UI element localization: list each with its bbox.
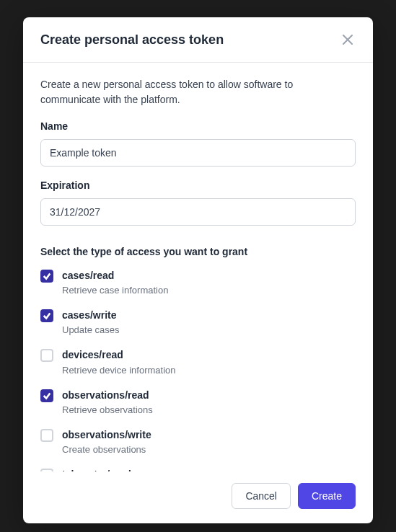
expiration-label: Expiration <box>40 179 356 191</box>
scope-text: cases/writeUpdate cases <box>62 309 120 335</box>
name-label: Name <box>40 120 356 132</box>
modal-footer: Cancel Create <box>23 471 373 523</box>
scope-row: observations/readRetrieve observations <box>40 389 356 415</box>
scope-description: Retrieve device information <box>62 365 176 376</box>
create-token-modal: Create personal access token Create a ne… <box>23 17 373 523</box>
scope-checkbox[interactable] <box>40 429 53 442</box>
access-section-label: Select the type of access you want to gr… <box>40 246 356 257</box>
name-input[interactable] <box>40 139 356 167</box>
scope-text: devices/readRetrieve device information <box>62 348 176 375</box>
scope-description: Retrieve case information <box>62 285 168 296</box>
scope-checkbox[interactable] <box>40 349 53 362</box>
scope-text: observations/readRetrieve observations <box>62 389 153 415</box>
scope-text: observations/writeCreate observations <box>62 428 151 455</box>
scope-label: observations/write <box>62 428 151 441</box>
close-button[interactable] <box>340 32 356 48</box>
create-button[interactable]: Create <box>298 483 356 509</box>
scope-label: cases/read <box>62 269 168 282</box>
scope-row: observations/writeCreate observations <box>40 428 356 455</box>
scope-checkbox[interactable] <box>40 389 53 402</box>
scope-text: cases/readRetrieve case information <box>62 269 168 296</box>
scope-label: observations/read <box>62 389 153 402</box>
scope-label: cases/write <box>62 309 120 322</box>
modal-body: Create a new personal access token to al… <box>23 63 373 471</box>
scope-row: cases/readRetrieve case information <box>40 269 356 296</box>
modal-description: Create a new personal access token to al… <box>40 77 356 107</box>
modal-title: Create personal access token <box>40 32 224 48</box>
expiration-input[interactable] <box>40 198 356 226</box>
scope-description: Retrieve observations <box>62 404 153 415</box>
scope-row: cases/writeUpdate cases <box>40 309 356 335</box>
scope-label: devices/read <box>62 348 176 361</box>
scopes-list: cases/readRetrieve case informationcases… <box>40 269 356 471</box>
modal-header: Create personal access token <box>23 17 373 63</box>
scope-checkbox[interactable] <box>40 309 53 322</box>
cancel-button[interactable]: Cancel <box>232 483 291 509</box>
scope-description: Update cases <box>62 324 120 335</box>
scope-description: Create observations <box>62 444 151 455</box>
close-icon <box>343 35 353 45</box>
scope-row: devices/readRetrieve device information <box>40 348 356 375</box>
scope-checkbox[interactable] <box>40 270 53 283</box>
